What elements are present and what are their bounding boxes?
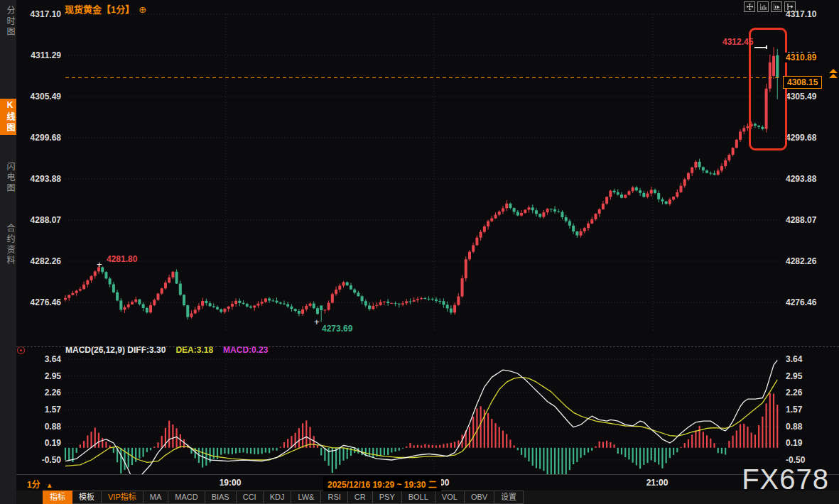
candle bbox=[261, 302, 264, 303]
candle bbox=[223, 309, 226, 312]
candle bbox=[490, 219, 493, 221]
price-axis-tick-left: 4282.26 bbox=[17, 256, 61, 266]
candle bbox=[646, 194, 649, 197]
candle bbox=[309, 304, 312, 306]
candle bbox=[183, 295, 185, 305]
candle bbox=[620, 195, 623, 198]
candle bbox=[408, 301, 411, 302]
candle bbox=[320, 305, 323, 310]
candle bbox=[194, 309, 197, 313]
last-price-label: 4308.15 bbox=[783, 76, 822, 89]
candle bbox=[301, 309, 304, 314]
candle bbox=[323, 310, 326, 311]
candle bbox=[227, 307, 230, 309]
candle bbox=[635, 187, 638, 190]
candle bbox=[561, 212, 563, 217]
candle bbox=[475, 238, 478, 246]
candle bbox=[64, 298, 67, 300]
candle bbox=[420, 298, 423, 299]
candle bbox=[90, 276, 93, 280]
candle bbox=[338, 285, 341, 289]
toolbar-item-RSI[interactable]: RSI bbox=[321, 491, 347, 504]
time-axis-tick: 19:00 bbox=[220, 478, 242, 488]
price-axis-tick-left: 4293.88 bbox=[17, 174, 61, 184]
trading-app: 分时图 K线图 闪电图 合约资料 现货黄金【1分】⊕ 4317.104317.1… bbox=[0, 0, 839, 504]
candle bbox=[283, 304, 286, 305]
candle bbox=[694, 162, 697, 168]
candle bbox=[683, 180, 686, 186]
candle bbox=[104, 272, 107, 278]
candle bbox=[171, 272, 174, 278]
toolbar-item-VIP指标[interactable]: VIP指标 bbox=[102, 491, 144, 504]
candle bbox=[416, 299, 419, 300]
candle bbox=[542, 212, 545, 217]
candle bbox=[727, 155, 730, 160]
toolbar-item-模板[interactable]: 模板 bbox=[72, 491, 102, 504]
candle bbox=[687, 173, 690, 180]
candle bbox=[724, 160, 727, 166]
scroll-to-latest-icon[interactable] bbox=[829, 69, 838, 79]
candle bbox=[457, 297, 460, 305]
candle bbox=[146, 308, 148, 312]
candle bbox=[134, 300, 137, 302]
candle bbox=[212, 306, 215, 307]
toolbar-item-PSY[interactable]: PSY bbox=[373, 491, 402, 504]
candle bbox=[372, 306, 374, 309]
toolbar-item-BOLL[interactable]: BOLL bbox=[402, 491, 435, 504]
swing-high-label: 4281.80 bbox=[107, 254, 137, 264]
candle bbox=[553, 209, 556, 212]
candle bbox=[632, 187, 634, 191]
toolbar-item-指标[interactable]: 指标 bbox=[43, 491, 72, 504]
candle bbox=[142, 304, 145, 308]
candle bbox=[627, 191, 630, 195]
main-candle-chart[interactable] bbox=[0, 0, 839, 348]
candle bbox=[465, 259, 467, 278]
candle bbox=[67, 295, 70, 298]
candle bbox=[435, 300, 438, 301]
toolbar-item-MACD[interactable]: MACD bbox=[168, 491, 205, 504]
price-axis-tick-left: 4311.29 bbox=[17, 50, 61, 60]
toolbar-item-CCI[interactable]: CCI bbox=[237, 491, 264, 504]
candle bbox=[364, 301, 367, 305]
panel-divider[interactable] bbox=[16, 346, 839, 347]
time-axis-tick: 21:00 bbox=[646, 478, 669, 488]
period-selector[interactable]: 1分▲ bbox=[27, 478, 53, 490]
price-axis-tick-left: 4288.07 bbox=[17, 215, 61, 225]
price-axis-tick-left: 4317.10 bbox=[17, 9, 61, 19]
candle bbox=[516, 212, 519, 215]
toolbar-item-CR[interactable]: CR bbox=[348, 491, 373, 504]
candle bbox=[298, 311, 301, 314]
candle bbox=[438, 301, 441, 302]
candle bbox=[153, 300, 156, 305]
toolbar-item-VOL[interactable]: VOL bbox=[435, 491, 465, 504]
candle bbox=[472, 245, 475, 251]
candle bbox=[138, 300, 141, 305]
candle bbox=[94, 271, 97, 275]
macd-axis-tick-right: 3.64 bbox=[786, 354, 802, 364]
candle bbox=[661, 199, 664, 202]
price-axis-tick-left: 4305.49 bbox=[17, 92, 61, 102]
candle bbox=[331, 294, 334, 302]
candle bbox=[179, 284, 182, 295]
toolbar-item-OBV[interactable]: OBV bbox=[465, 491, 494, 504]
candle bbox=[642, 193, 645, 197]
toolbar-item-LW&[interactable]: LW& bbox=[291, 491, 321, 504]
candle bbox=[246, 304, 249, 307]
toolbar-item-KDJ[interactable]: KDJ bbox=[264, 491, 292, 504]
swing-low-label: 4273.69 bbox=[322, 324, 352, 334]
price-axis-tick-right: 4282.26 bbox=[786, 256, 816, 266]
candle bbox=[609, 191, 612, 197]
candle bbox=[650, 190, 653, 193]
toolbar-item-设置[interactable]: 设置 bbox=[494, 491, 524, 504]
toolbar-item-MA[interactable]: MA bbox=[144, 491, 169, 504]
candle bbox=[209, 303, 212, 306]
candle bbox=[342, 283, 345, 286]
candle bbox=[590, 219, 593, 224]
macd-collapse-icon[interactable] bbox=[17, 346, 25, 354]
macd-axis-tick-left: 0.88 bbox=[17, 422, 61, 432]
candle bbox=[580, 231, 583, 236]
toolbar-item-BIAS[interactable]: BIAS bbox=[205, 491, 237, 504]
candle bbox=[390, 303, 393, 304]
candle bbox=[220, 309, 222, 312]
candle bbox=[669, 199, 671, 204]
